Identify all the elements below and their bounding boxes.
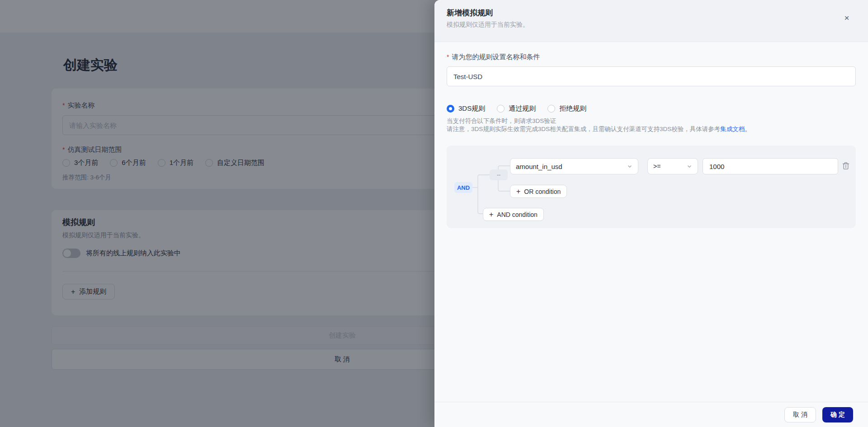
radio-circle-icon[interactable] [547,105,555,113]
required-asterisk-icon: * [447,53,449,61]
rule-name-label: *请为您的规则设置名称和条件 [447,53,540,61]
condition-operator-select[interactable]: >= [647,158,698,174]
add-and-condition-button[interactable]: + AND condition [483,208,544,221]
subgroup-node[interactable]: -- [490,169,508,180]
condition-operator-value: >= [653,163,660,170]
drawer-confirm-button[interactable]: 确 定 [822,407,853,422]
condition-field-select[interactable]: amount_in_usd [510,158,638,174]
radio-selected-icon[interactable] [447,105,454,113]
chevron-down-icon [687,164,692,169]
drawer-header: 新增模拟规则 模拟规则仅适用于当前实验。 × [434,0,868,42]
drawer-title: 新增模拟规则 [447,8,493,18]
rule-type-3ds[interactable]: 3DS规则 [447,104,485,113]
rule-type-radio-group: 3DS规则 通过规则 拒绝规则 [447,104,586,113]
rule-type-reject[interactable]: 拒绝规则 [547,104,586,113]
add-simulation-rule-drawer: 新增模拟规则 模拟规则仅适用于当前实验。 × *请为您的规则设置名称和条件 3D… [434,0,868,427]
plus-icon: + [489,211,493,218]
rule-type-pass[interactable]: 通过规则 [497,104,536,113]
condition-field-value: amount_in_usd [516,163,562,170]
drawer-body: *请为您的规则设置名称和条件 3DS规则 通过规则 拒绝规则 当支付符合以下条件… [434,42,868,402]
trash-icon [842,162,849,170]
group-operator-tag[interactable]: AND [454,182,472,193]
drawer-footer: 取 消 确 定 [434,402,868,427]
add-or-condition-button[interactable]: + OR condition [510,185,567,198]
rule-name-input[interactable] [447,66,856,86]
rule-hint-line2: 请注意，3DS规则实际生效需完成3DS相关配置集成，且需确认支付渠道可支持3DS… [447,125,751,133]
radio-circle-icon[interactable] [497,105,505,113]
condition-value-input[interactable] [703,158,838,174]
and-condition-label: AND condition [497,211,538,218]
rule-type-label: 通过规则 [509,104,536,113]
close-icon[interactable]: × [842,13,852,23]
drawer-cancel-button[interactable]: 取 消 [784,407,816,422]
plus-icon: + [516,188,520,195]
integration-doc-link[interactable]: 集成文档。 [720,126,751,132]
rule-type-label: 3DS规则 [458,104,485,113]
condition-builder-card: AND -- amount_in_usd >= [447,145,856,228]
or-condition-label: OR condition [524,188,561,195]
rule-hint-line1: 当支付符合以下条件时，则请求3DS验证 [447,117,556,125]
rule-type-label: 拒绝规则 [559,104,586,113]
chevron-down-icon [627,164,632,169]
delete-condition-button[interactable] [838,158,854,174]
drawer-subtitle: 模拟规则仅适用于当前实验。 [447,21,529,29]
